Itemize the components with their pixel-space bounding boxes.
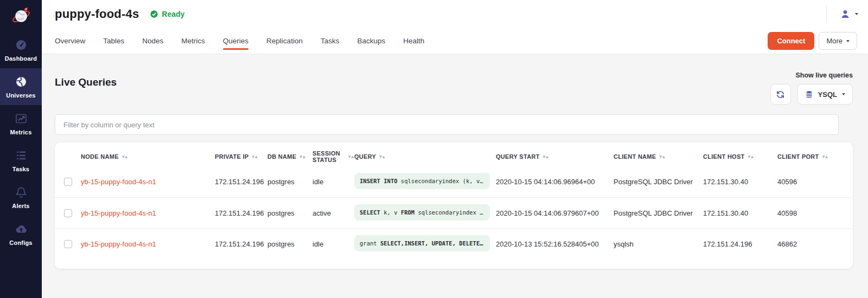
- column-header-session-status[interactable]: SESSION STATUS▾▴: [312, 150, 354, 163]
- header-top-row: puppy-food-4s Ready: [42, 0, 868, 28]
- sort-icon: ▾▴: [543, 154, 549, 159]
- sidebar-item-label: Universes: [6, 92, 35, 99]
- sidebar-item-configs[interactable]: Configs: [0, 216, 42, 252]
- sidebar-item-metrics[interactable]: Metrics: [0, 105, 42, 142]
- session-status-cell: idle: [312, 178, 354, 186]
- refresh-button[interactable]: [770, 84, 791, 105]
- query-chip[interactable]: SELECT k, v FROM sqlsecondaryindex …: [354, 204, 490, 221]
- node-name-link[interactable]: yb-15-puppy-food-4s-n1: [81, 209, 215, 217]
- toolbar-buttons: YSQL: [770, 84, 853, 105]
- query-chip[interactable]: grant SELECT,INSERT, UPDATE, DELETE…: [354, 235, 490, 251]
- checkbox-cell: [55, 209, 81, 217]
- node-name-link[interactable]: yb-15-puppy-food-4s-n1: [81, 240, 215, 248]
- tab-tables[interactable]: Tables: [103, 28, 124, 54]
- sidebar: DashboardUniversesMetricsTasksAlertsConf…: [0, 0, 42, 298]
- tab-metrics[interactable]: Metrics: [181, 28, 205, 54]
- table-row: yb-15-puppy-food-4s-n1172.151.24.196post…: [55, 166, 853, 197]
- column-header-label: NODE NAME: [81, 153, 119, 160]
- row-checkbox[interactable]: [64, 209, 72, 217]
- sidebar-item-alerts[interactable]: Alerts: [0, 179, 42, 216]
- client-port-cell: 40598: [777, 209, 853, 217]
- client-name-cell: PostgreSQL JDBC Driver: [614, 209, 703, 217]
- node-name-link[interactable]: yb-15-puppy-food-4s-n1: [81, 178, 215, 186]
- column-header-label: QUERY: [354, 153, 376, 160]
- db-name-cell: postgres: [267, 240, 312, 248]
- row-checkbox[interactable]: [64, 178, 72, 186]
- tab-health[interactable]: Health: [403, 28, 424, 54]
- column-header-query[interactable]: QUERY▾▴: [354, 153, 496, 160]
- column-header-label: CLIENT HOST: [703, 153, 745, 160]
- column-header-label: CLIENT NAME: [614, 153, 656, 160]
- column-header-private-ip[interactable]: PRIVATE IP▾▴: [215, 153, 267, 160]
- client-host-cell: 172.151.24.196: [703, 240, 777, 248]
- column-header-label: CLIENT PORT: [777, 153, 819, 160]
- sort-icon: ▾▴: [122, 154, 128, 159]
- app-root: DashboardUniversesMetricsTasksAlertsConf…: [0, 0, 868, 298]
- live-queries-table: NODE NAME▾▴PRIVATE IP▾▴DB NAME▾▴SESSION …: [55, 142, 853, 269]
- column-header-label: SESSION STATUS: [312, 150, 345, 163]
- show-live-queries-label: Show live queries: [795, 72, 853, 79]
- table-header-row: NODE NAME▾▴PRIVATE IP▾▴DB NAME▾▴SESSION …: [55, 142, 853, 166]
- sort-icon: ▾▴: [348, 154, 354, 159]
- status-badge: Ready: [150, 10, 184, 18]
- column-header-label: QUERY START: [496, 153, 540, 160]
- list-icon: [15, 149, 28, 162]
- client-port-cell: 40596: [777, 178, 853, 186]
- sort-icon: ▾▴: [299, 154, 305, 159]
- table-row: yb-15-puppy-food-4s-n1172.151.24.196post…: [55, 197, 853, 228]
- user-menu[interactable]: [826, 6, 858, 22]
- query-chip[interactable]: INSERT INTO sqlsecondaryindex (k, v…: [354, 173, 490, 189]
- column-header-client-host[interactable]: CLIENT HOST▾▴: [703, 153, 777, 160]
- tab-tasks[interactable]: Tasks: [321, 28, 340, 54]
- column-header-node-name[interactable]: NODE NAME▾▴: [81, 153, 215, 160]
- check-circle-icon: [150, 10, 158, 18]
- checkbox-cell: [55, 240, 81, 248]
- query-start-cell: 2020-10-15 04:14:06.979607+00: [496, 209, 614, 217]
- tab-queries[interactable]: Queries: [223, 28, 248, 54]
- query-cell: INSERT INTO sqlsecondaryindex (k, v…: [354, 173, 496, 191]
- yugabyte-logo[interactable]: [0, 0, 42, 31]
- client-name-cell: ysqlsh: [614, 240, 703, 248]
- sidebar-item-label: Tasks: [12, 166, 29, 172]
- column-header-client-port[interactable]: CLIENT PORT▾▴: [777, 153, 853, 160]
- chevron-down-icon: [855, 13, 858, 15]
- tab-nodes[interactable]: Nodes: [142, 28, 163, 54]
- sidebar-item-label: Dashboard: [5, 55, 37, 62]
- tab-overview[interactable]: Overview: [55, 28, 85, 54]
- tab-replication[interactable]: Replication: [266, 28, 303, 54]
- query-start-cell: 2020-10-13 15:52:16.528405+00: [496, 240, 614, 248]
- sidebar-item-tasks[interactable]: Tasks: [0, 142, 42, 179]
- private-ip-cell: 172.151.24.196: [215, 209, 267, 217]
- chart-icon: [15, 112, 28, 125]
- column-header-query-start[interactable]: QUERY START▾▴: [496, 153, 614, 160]
- user-icon: [840, 9, 851, 20]
- private-ip-cell: 172.151.24.196: [215, 240, 267, 248]
- page-title: puppy-food-4s: [55, 7, 139, 21]
- more-button[interactable]: More: [819, 32, 857, 50]
- chevron-down-icon: [846, 40, 850, 42]
- checkbox-cell: [55, 178, 81, 186]
- db-name-cell: postgres: [267, 209, 312, 217]
- table-row: yb-15-puppy-food-4s-n1172.151.24.196post…: [55, 228, 853, 259]
- bell-icon: [15, 186, 28, 199]
- sidebar-item-universes[interactable]: Universes: [0, 68, 42, 105]
- header-tabs-row: OverviewTablesNodesMetricsQueriesReplica…: [42, 28, 868, 54]
- filter-input[interactable]: [55, 114, 839, 135]
- column-header-db-name[interactable]: DB NAME▾▴: [267, 153, 312, 160]
- column-header-client-name[interactable]: CLIENT NAME▾▴: [614, 153, 703, 160]
- sort-icon: ▾▴: [659, 154, 665, 159]
- column-header-label: PRIVATE IP: [215, 153, 249, 160]
- api-selector-dropdown[interactable]: YSQL: [797, 84, 853, 105]
- universe-tabs: OverviewTablesNodesMetricsQueriesReplica…: [55, 28, 442, 54]
- sort-icon: ▾▴: [252, 154, 258, 159]
- row-checkbox[interactable]: [64, 240, 72, 248]
- connect-button[interactable]: Connect: [768, 32, 814, 50]
- column-header-label: DB NAME: [267, 153, 296, 160]
- sidebar-item-dashboard[interactable]: Dashboard: [0, 31, 42, 68]
- section-title: Live Queries: [55, 76, 117, 88]
- database-icon: [805, 90, 813, 99]
- sort-icon: ▾▴: [748, 154, 754, 159]
- tab-backups[interactable]: Backups: [357, 28, 385, 54]
- gauge-icon: [15, 38, 28, 51]
- client-host-cell: 172.151.30.40: [703, 209, 777, 217]
